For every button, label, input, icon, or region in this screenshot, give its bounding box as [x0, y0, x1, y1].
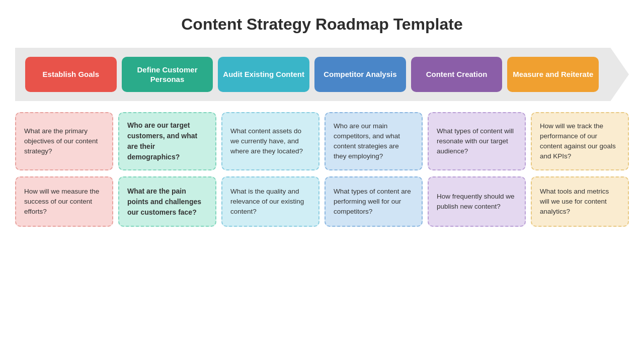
roadmap-item-establish-goals: Establish Goals: [25, 57, 117, 92]
card-row1-0: What are the primary objectives of our c…: [15, 112, 113, 170]
card-row2-1: What are the pain points and challenges …: [118, 176, 216, 227]
card-row1-1: Who are our target customers, and what a…: [118, 112, 216, 170]
card-row2-0: How will we measure the success of our c…: [15, 176, 113, 227]
cards-row-1: What are the primary objectives of our c…: [15, 112, 629, 170]
roadmap-item-define-personas: Define Customer Personas: [122, 57, 213, 92]
page: Content Strategy Roadmap Template Establ…: [0, 0, 644, 362]
card-row2-2: What is the quality and relevance of our…: [221, 176, 319, 227]
page-title: Content Strategy Roadmap Template: [181, 15, 462, 34]
cards-section: What are the primary objectives of our c…: [15, 112, 629, 227]
card-row1-2: What content assets do we currently have…: [221, 112, 319, 170]
cards-row-2: How will we measure the success of our c…: [15, 176, 629, 227]
card-row2-3: What types of content are performing wel…: [325, 176, 423, 227]
roadmap-item-competitor-analysis: Competitor Analysis: [314, 57, 406, 92]
roadmap-items: Establish GoalsDefine Customer PersonasA…: [25, 57, 619, 92]
roadmap-item-content-creation: Content Creation: [411, 57, 503, 92]
roadmap-item-audit-content: Audit Existing Content: [218, 57, 309, 92]
card-row1-4: What types of content will resonate with…: [428, 112, 526, 170]
card-row2-5: What tools and metrics will we use for c…: [531, 176, 629, 227]
roadmap-item-measure-reiterate: Measure and Reiterate: [507, 57, 599, 92]
card-row1-3: Who are our main competitors, and what c…: [325, 112, 423, 170]
roadmap-row: Establish GoalsDefine Customer PersonasA…: [15, 48, 629, 101]
card-row2-4: How frequently should we publish new con…: [428, 176, 526, 227]
card-row1-5: How will we track the performance of our…: [531, 112, 629, 170]
